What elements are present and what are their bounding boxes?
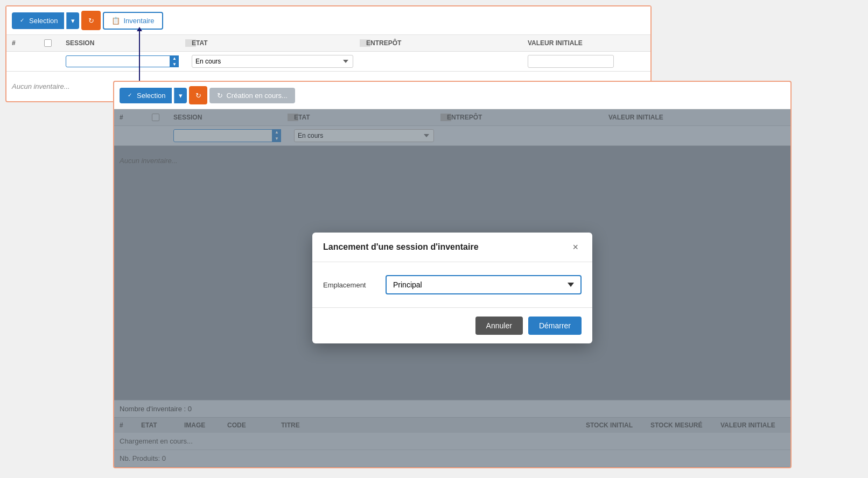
bg-filter-hash <box>6 55 39 68</box>
fg-selection-button[interactable]: Selection <box>120 88 172 103</box>
foreground-panel: Selection ▾ ↻ ↻ Création en cours... # S… <box>113 81 792 468</box>
modal-emplacement-select[interactable]: Principal Secondaire Archive <box>386 275 582 294</box>
bg-filter-entrepot <box>361 55 522 68</box>
bg-etat-select[interactable]: En cours Terminé Annulé <box>192 55 353 68</box>
bg-selection-label: Selection <box>29 17 58 25</box>
bg-col-etat: ETAT <box>186 39 359 47</box>
fg-selection-dropdown[interactable]: ▾ <box>174 88 187 103</box>
bg-session-up[interactable]: ▲ <box>170 55 179 61</box>
fg-creation-icon: ↻ <box>217 92 223 100</box>
bg-selection-checkbox-icon <box>18 17 26 24</box>
bg-selection-button[interactable]: Selection <box>12 12 64 29</box>
modal-overlay: Lancement d'une session d'inventaire × E… <box>114 109 790 467</box>
bg-col-hash: # <box>6 39 39 47</box>
bg-session-updown: ▲ ▼ <box>170 55 179 67</box>
bg-refresh-button[interactable]: ↻ <box>81 11 101 30</box>
bg-filter-valeur[interactable] <box>522 55 619 68</box>
bg-valeur-input[interactable] <box>528 55 614 68</box>
fg-refresh-button[interactable]: ↻ <box>189 86 207 104</box>
modal-emplacement-label: Emplacement <box>323 281 377 289</box>
bg-refresh-icon: ↻ <box>88 17 94 25</box>
bg-toolbar: Selection ▾ ↻ 📋 Inventaire <box>6 6 650 35</box>
bg-session-input-wrapper: ▲ ▼ <box>66 55 179 67</box>
modal-header: Lancement d'une session d'inventaire × <box>312 233 592 262</box>
bg-inventaire-label: Inventaire <box>123 17 154 25</box>
modal-annuler-button[interactable]: Annuler <box>475 317 523 335</box>
bg-session-down[interactable]: ▼ <box>170 61 179 67</box>
bg-col-entrepot: ENTREPÔT <box>361 39 522 47</box>
modal-title: Lancement d'une session d'inventaire <box>323 242 479 252</box>
bg-filter-checkbox <box>39 55 60 68</box>
fg-content: # SESSION ETAT ENTREPÔT VALEUR INITIALE … <box>114 109 790 467</box>
fg-selection-label: Selection <box>137 92 165 100</box>
bg-filter-row: ▲ ▼ En cours Terminé Annulé <box>6 52 650 72</box>
modal-demarrer-button[interactable]: Démarrer <box>528 317 582 335</box>
modal-close-button[interactable]: × <box>569 241 582 253</box>
bg-table-header: # SESSION ETAT ENTREPÔT VALEUR INITIALE <box>6 35 650 52</box>
bg-col-checkbox <box>39 39 60 47</box>
bg-filter-etat[interactable]: En cours Terminé Annulé <box>186 55 359 68</box>
fg-refresh-icon: ↻ <box>195 92 201 100</box>
bg-filter-session[interactable]: ▲ ▼ <box>60 55 184 68</box>
modal-dialog: Lancement d'une session d'inventaire × E… <box>312 233 592 343</box>
bg-inventaire-icon: 📋 <box>111 17 120 25</box>
fg-selection-checkbox-icon <box>126 92 134 99</box>
modal-form-row: Emplacement Principal Secondaire Archive <box>323 275 582 294</box>
bg-inventaire-button[interactable]: 📋 Inventaire <box>103 12 163 30</box>
bg-selection-dropdown[interactable]: ▾ <box>66 12 79 29</box>
fg-creation-label: Création en cours... <box>226 92 287 100</box>
bg-col-valeur: VALEUR INITIALE <box>522 39 619 47</box>
bg-col-session: SESSION <box>60 39 184 47</box>
bg-session-input[interactable] <box>66 55 179 67</box>
fg-creation-button[interactable]: ↻ Création en cours... <box>209 88 295 103</box>
fg-toolbar: Selection ▾ ↻ ↻ Création en cours... <box>114 82 790 109</box>
modal-body: Emplacement Principal Secondaire Archive <box>312 262 592 307</box>
modal-footer: Annuler Démarrer <box>312 307 592 343</box>
